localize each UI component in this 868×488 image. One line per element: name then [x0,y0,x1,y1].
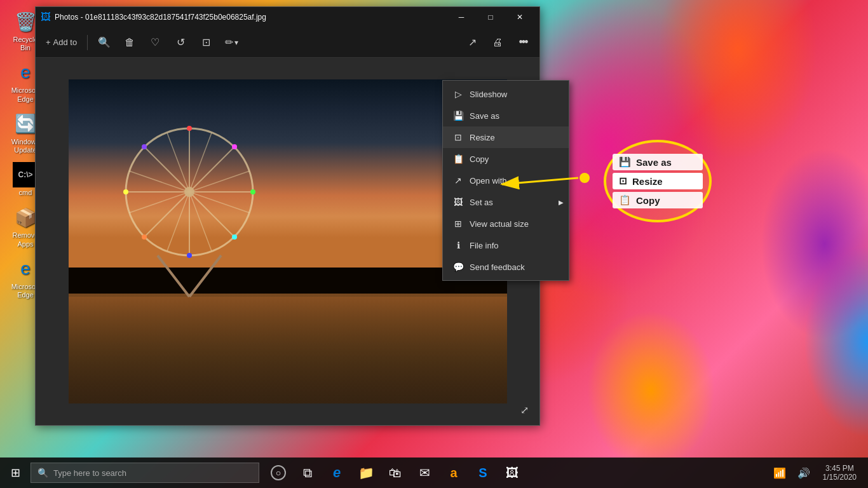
clock[interactable]: 3:45 PM 1/15/2020 [817,464,863,482]
taskbar-cortana-button[interactable]: ○ [264,458,292,488]
svg-point-15 [123,189,128,194]
open-with-icon: ↗ [453,175,463,186]
menu-item-view-actual-size[interactable]: ⊞ View actual size [443,213,569,234]
taskbar-edge-button[interactable]: e [323,458,351,488]
taskbar-mail-button[interactable]: ✉ [410,458,438,488]
svg-point-13 [250,189,255,194]
menu-item-send-feedback[interactable]: 💬 Send feedback [443,256,569,278]
photo-background [69,79,507,403]
amazon-icon: a [450,466,457,480]
taskbar-amazon-button[interactable]: a [440,458,468,488]
toolbar-separator-1 [87,35,88,50]
mail-icon: ✉ [419,465,430,480]
taskbar-task-view-button[interactable]: ⧉ [294,458,322,488]
expand-button[interactable]: ⤢ [514,400,534,420]
photos-window: 🖼 Photos - 01e811183c43f93c82d187541f743… [35,6,540,426]
view-actual-size-icon: ⊞ [453,219,463,229]
set-as-label: Set as [470,198,493,207]
favorite-button[interactable]: ♡ [144,31,166,54]
taskbar-shazam-button[interactable]: S [469,458,497,488]
shazam-icon: S [478,466,487,480]
resize-icon: ⊡ [453,132,463,142]
svg-point-19 [142,144,147,149]
rotate-button[interactable]: ↺ [169,31,192,54]
svg-point-12 [187,126,192,131]
menu-item-file-info[interactable]: ℹ File info [443,234,569,256]
network-icon[interactable]: 📶 [768,458,791,488]
ferris-wheel-svg [100,109,278,300]
start-icon: ⊞ [11,466,20,480]
edit-button[interactable]: ✏▾ [220,31,243,54]
remove-apps-icon: 📦 [13,205,38,230]
svg-point-9 [184,187,194,197]
taskbar-photos-button[interactable]: 🖼 [498,458,526,488]
zoom-in-button[interactable]: 🔍 [93,31,116,54]
delete-button[interactable]: 🗑 [118,31,141,54]
resize-label: Resize [470,133,495,142]
store-icon: 🛍 [389,466,402,480]
open-with-label: Open with [470,176,507,186]
network-status-icon: 📶 [773,467,786,479]
close-button[interactable]: ✕ [505,7,534,27]
svg-point-14 [187,253,192,258]
menu-item-save-as[interactable]: 💾 Save as [443,105,569,126]
taskbar-store-button[interactable]: 🛍 [381,458,409,488]
send-feedback-label: Send feedback [470,262,525,272]
add-to-label: Add to [53,37,78,47]
copy-icon: 📋 [453,154,463,164]
svg-point-18 [142,234,147,240]
volume-status-icon: 🔊 [797,467,810,479]
more-button[interactable]: ••• [512,31,534,54]
windows-update-icon: 🔄 [13,111,38,137]
submenu-arrow-icon: ▶ [559,199,564,206]
menu-item-slideshow[interactable]: ▷ Slideshow [443,83,569,105]
save-as-label: Save as [470,111,499,121]
menu-item-resize[interactable]: ⊡ Resize [443,126,569,148]
water-reflection [69,297,507,403]
view-actual-size-label: View actual size [470,219,529,229]
explorer-icon: 📁 [358,465,374,480]
window-controls: ─ □ ✕ [447,7,534,27]
cmd-label: cmd [19,189,32,197]
window-title: Photos - 01e811183c43f93c82d187541f743f2… [55,13,447,22]
search-icon: 🔍 [37,468,48,478]
photo-container [69,79,507,403]
photos-taskbar-icon: 🖼 [506,466,519,480]
svg-line-10 [158,255,189,297]
plus-icon: + [46,37,51,47]
edge-icon: e [13,60,38,85]
window-app-icon: 🖼 [41,11,51,23]
taskbar-explorer-button[interactable]: 📁 [352,458,380,488]
cortana-icon: ○ [271,465,286,480]
desktop: 🗑️ Recycle Bin e Microsoft Edge 🔄 Window… [0,0,868,488]
share-button[interactable]: ↗ [461,31,484,54]
menu-item-set-as[interactable]: 🖼 Set as ▶ [443,191,569,213]
maximize-button[interactable]: □ [476,7,505,27]
svg-point-16 [232,144,237,149]
slideshow-label: Slideshow [470,90,507,99]
copy-label: Copy [470,154,489,164]
start-button[interactable]: ⊞ [0,458,31,488]
search-box[interactable]: 🔍 Type here to search [31,463,259,483]
file-info-icon: ℹ [453,240,463,250]
taskbar: ⊞ 🔍 Type here to search ○ ⧉ e 📁 🛍 ✉ [0,458,868,488]
crop-button[interactable]: ⊡ [194,31,217,54]
svg-point-17 [232,234,237,240]
file-info-label: File info [470,241,499,250]
print-button[interactable]: 🖨 [486,31,509,54]
title-bar: 🖼 Photos - 01e811183c43f93c82d187541f743… [36,7,539,27]
taskbar-icons: ○ ⧉ e 📁 🛍 ✉ a S 🖼 [264,458,526,488]
context-menu: ▷ Slideshow 💾 Save as ⊡ Resize 📋 Copy ↗ … [442,80,569,281]
task-view-icon: ⧉ [303,466,312,480]
add-to-button[interactable]: + Add to [41,35,82,50]
menu-item-open-with[interactable]: ↗ Open with [443,170,569,191]
cmd-icon: C:\> [13,162,38,187]
set-as-icon: 🖼 [453,197,463,207]
edge2-icon: e [13,256,38,281]
recycle-bin-icon: 🗑️ [13,9,38,34]
volume-icon[interactable]: 🔊 [792,458,815,488]
minimize-button[interactable]: ─ [447,7,476,27]
clock-time: 3:45 PM [825,464,854,473]
toolbar: + Add to 🔍 🗑 ♡ ↺ ⊡ ✏▾ ↗ 🖨 ••• [36,27,539,58]
menu-item-copy[interactable]: 📋 Copy [443,148,569,170]
